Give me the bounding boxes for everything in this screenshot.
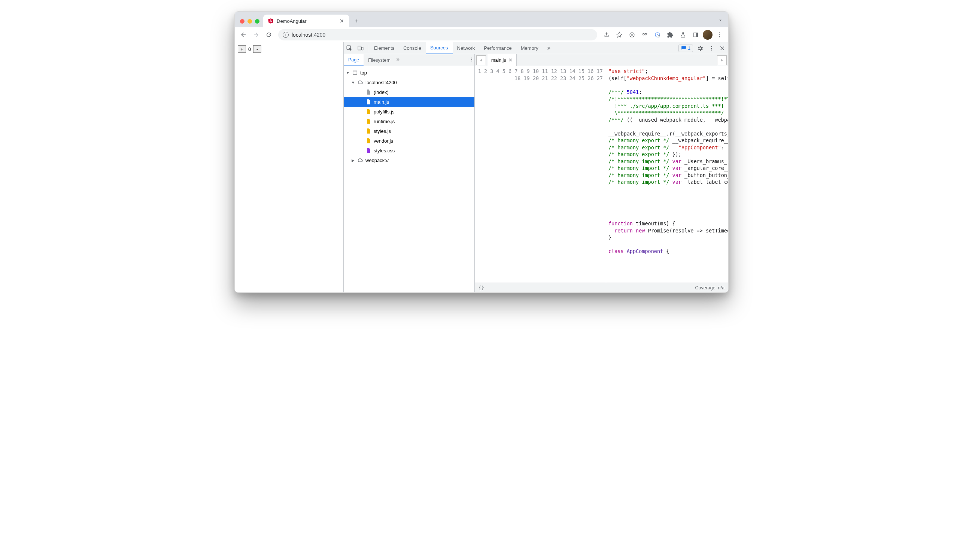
angular-favicon — [268, 18, 274, 24]
chrome-menu-icon[interactable] — [714, 29, 725, 40]
devtools-tab-network[interactable]: Network — [453, 42, 480, 54]
show-navigator-icon[interactable] — [476, 55, 486, 65]
counter-value: 0 — [248, 47, 251, 52]
close-window-button[interactable] — [240, 19, 245, 24]
editor-pane: main.js✕ 1 2 3 4 5 6 7 8 9 10 11 12 13 1… — [475, 54, 728, 292]
devtools-tab-performance[interactable]: Performance — [479, 42, 516, 54]
reload-button[interactable] — [263, 29, 274, 40]
svg-rect-8 — [696, 32, 698, 37]
editor-status-bar: {} Coverage: n/a — [475, 283, 728, 292]
svg-point-17 — [711, 49, 712, 50]
devtools-menu-icon[interactable] — [706, 43, 717, 54]
devtools-tab-sources[interactable]: Sources — [426, 42, 453, 54]
devtools-settings-icon[interactable] — [694, 43, 706, 54]
svg-point-10 — [719, 34, 720, 35]
issues-count: 1 — [688, 46, 691, 51]
url-text: localhost:4200 — [292, 32, 325, 38]
content-area: + 0 - Elements Console Sources Network P… — [235, 42, 728, 292]
svg-point-6 — [658, 35, 660, 37]
editor-file-tab[interactable]: main.js✕ — [488, 54, 517, 66]
window-controls — [238, 19, 262, 28]
devtools-tab-memory[interactable]: Memory — [516, 42, 543, 54]
js-file-icon — [365, 138, 371, 144]
nav-tab-filesystem[interactable]: Filesystem — [363, 54, 395, 66]
svg-point-1 — [631, 34, 632, 34]
show-debugger-icon[interactable] — [717, 55, 727, 65]
forward-button[interactable] — [250, 29, 262, 40]
js-file-icon — [365, 99, 371, 105]
devtools-tab-console[interactable]: Console — [399, 42, 426, 54]
code-editor[interactable]: 1 2 3 4 5 6 7 8 9 10 11 12 13 14 15 16 1… — [475, 66, 728, 283]
js-file-icon — [365, 128, 371, 134]
devtools-tabbar: Elements Console Sources Network Perform… — [344, 42, 728, 54]
tree-top-frame[interactable]: ▼top — [344, 68, 474, 78]
labs-icon[interactable] — [677, 29, 689, 40]
tree-file-styles-js[interactable]: styles.js — [344, 126, 474, 136]
coverage-label: Coverage: n/a — [691, 285, 728, 290]
tree-file-vendor-js[interactable]: vendor.js — [344, 136, 474, 146]
nav-menu-icon[interactable] — [469, 57, 474, 63]
tree-file-index[interactable]: (index) — [344, 87, 474, 97]
svg-point-15 — [711, 46, 712, 47]
tabs-dropdown-button[interactable] — [718, 18, 723, 24]
maximize-window-button[interactable] — [255, 19, 259, 24]
js-file-icon — [365, 118, 371, 124]
cloud-icon — [357, 79, 363, 85]
extension-icon-3[interactable] — [652, 29, 663, 40]
devtools-tab-elements[interactable]: Elements — [370, 42, 399, 54]
svg-point-16 — [711, 47, 712, 48]
inspect-element-icon[interactable] — [344, 43, 355, 54]
tab-close-button[interactable]: ✕ — [339, 17, 345, 25]
svg-point-11 — [719, 36, 720, 37]
svg-rect-13 — [358, 46, 361, 50]
device-toolbar-icon[interactable] — [355, 43, 366, 54]
side-panel-icon[interactable] — [690, 29, 701, 40]
css-file-icon — [365, 147, 371, 154]
svg-rect-21 — [353, 71, 357, 74]
nav-more-tabs-icon[interactable] — [395, 57, 400, 63]
devtools-close-icon[interactable] — [717, 43, 728, 54]
new-tab-button[interactable] — [352, 16, 362, 26]
share-icon[interactable] — [601, 29, 612, 40]
svg-point-2 — [632, 34, 633, 34]
file-tree[interactable]: ▼top ▼localhost:4200 (index) main.js pol… — [344, 66, 474, 292]
extensions-icon[interactable] — [665, 29, 676, 40]
back-button[interactable] — [238, 29, 249, 40]
tree-origin[interactable]: ▼localhost:4200 — [344, 78, 474, 87]
browser-toolbar: i localhost:4200 — [235, 28, 728, 42]
site-info-icon[interactable]: i — [283, 32, 289, 38]
svg-point-20 — [472, 61, 472, 62]
svg-point-19 — [472, 59, 472, 60]
tree-webpack[interactable]: ▶webpack:// — [344, 155, 474, 165]
issues-button[interactable]: 1 — [678, 45, 693, 52]
extension-icon-2[interactable] — [639, 29, 650, 40]
browser-window: DemoAngular ✕ i localhost:4200 — [234, 11, 729, 293]
devtools-more-tabs-icon[interactable] — [543, 43, 554, 54]
document-icon — [365, 89, 371, 95]
svg-point-18 — [472, 58, 472, 58]
svg-point-3 — [643, 33, 645, 35]
browser-tab[interactable]: DemoAngular ✕ — [263, 15, 349, 28]
tree-file-styles-css[interactable]: styles.css — [344, 146, 474, 155]
tree-file-runtime-js[interactable]: runtime.js — [344, 117, 474, 126]
pretty-print-button[interactable]: {} — [475, 285, 488, 290]
address-bar[interactable]: i localhost:4200 — [278, 29, 597, 40]
svg-rect-14 — [361, 47, 363, 50]
line-gutter: 1 2 3 4 5 6 7 8 9 10 11 12 13 14 15 16 1… — [475, 66, 606, 283]
frame-icon — [352, 70, 358, 76]
tree-file-polyfills-js[interactable]: polyfills.js — [344, 107, 474, 117]
bookmark-star-icon[interactable] — [614, 29, 625, 40]
extension-icon-1[interactable] — [626, 29, 638, 40]
increment-button[interactable]: + — [238, 45, 246, 53]
code-content: "use strict"; (self["webpackChunkdemo_an… — [606, 66, 728, 283]
decrement-button[interactable]: - — [253, 45, 261, 53]
nav-tab-page[interactable]: Page — [344, 54, 363, 66]
tree-file-main-js[interactable]: main.js — [344, 97, 474, 107]
sources-navigator: Page Filesystem ▼top ▼localhost:4200 (in… — [344, 54, 475, 292]
svg-point-0 — [630, 32, 634, 37]
devtools-body: Page Filesystem ▼top ▼localhost:4200 (in… — [344, 54, 728, 292]
profile-avatar[interactable] — [703, 30, 713, 40]
editor-tab-close-icon[interactable]: ✕ — [509, 57, 512, 63]
editor-tabbar: main.js✕ — [475, 54, 728, 66]
minimize-window-button[interactable] — [248, 19, 252, 24]
